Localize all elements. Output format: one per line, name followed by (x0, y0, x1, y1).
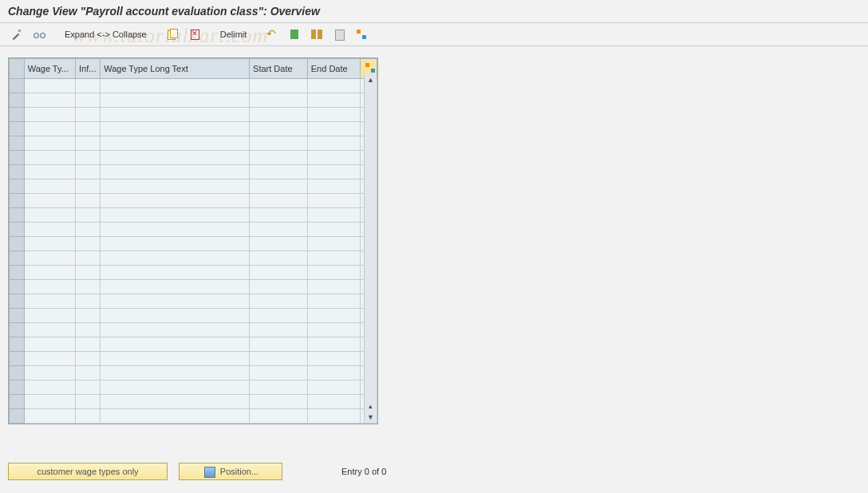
cell[interactable] (101, 136, 250, 151)
cell[interactable] (101, 251, 250, 266)
cell[interactable] (76, 366, 101, 381)
cell[interactable] (307, 122, 360, 136)
cell[interactable] (101, 366, 250, 381)
cell[interactable] (250, 337, 308, 352)
table-row[interactable] (10, 79, 377, 93)
customer-wage-types-button[interactable]: customer wage types only (8, 463, 168, 480)
scroll-down-arrow[interactable]: ▼ (365, 412, 377, 423)
table-row[interactable] (10, 323, 377, 337)
row-selector[interactable] (10, 208, 25, 223)
col-header-wage-type[interactable]: Wage Ty... (24, 59, 75, 79)
toggle-change-button[interactable] (8, 26, 26, 42)
row-selector[interactable] (10, 323, 25, 337)
row-selector[interactable] (10, 165, 25, 179)
cell[interactable] (307, 93, 360, 108)
cell[interactable] (24, 79, 75, 93)
delimit-button[interactable]: Delimit (217, 30, 251, 39)
cell[interactable] (101, 122, 250, 136)
row-selector[interactable] (10, 223, 25, 237)
cell[interactable] (76, 409, 101, 424)
cell[interactable] (101, 237, 250, 251)
cell[interactable] (101, 395, 250, 409)
cell[interactable] (76, 309, 101, 323)
cell[interactable] (76, 165, 101, 179)
table-row[interactable] (10, 194, 377, 208)
cell[interactable] (307, 395, 360, 409)
cell[interactable] (101, 337, 250, 352)
cell[interactable] (76, 93, 101, 108)
cell[interactable] (307, 381, 360, 395)
cell[interactable] (307, 151, 360, 165)
table-row[interactable] (10, 151, 377, 165)
cell[interactable] (76, 122, 101, 136)
cell[interactable] (250, 179, 308, 194)
cell[interactable] (307, 237, 360, 251)
cell[interactable] (76, 280, 101, 294)
cell[interactable] (307, 251, 360, 266)
cell[interactable] (101, 151, 250, 165)
cell[interactable] (76, 395, 101, 409)
table-row[interactable] (10, 108, 377, 122)
row-selector[interactable] (10, 294, 25, 309)
table-row[interactable] (10, 179, 377, 194)
cell[interactable] (76, 323, 101, 337)
cell[interactable] (307, 223, 360, 237)
cell[interactable] (307, 165, 360, 179)
cell[interactable] (76, 294, 101, 309)
row-selector[interactable] (10, 251, 25, 266)
cell[interactable] (101, 179, 250, 194)
cell[interactable] (24, 93, 75, 108)
cell[interactable] (250, 79, 308, 93)
cell[interactable] (24, 409, 75, 424)
cell[interactable] (250, 237, 308, 251)
row-selector[interactable] (10, 122, 25, 136)
table-row[interactable] (10, 366, 377, 381)
cell[interactable] (307, 108, 360, 122)
cell[interactable] (101, 280, 250, 294)
table-row[interactable] (10, 122, 377, 136)
cell[interactable] (101, 194, 250, 208)
cell[interactable] (307, 280, 360, 294)
cell[interactable] (307, 208, 360, 223)
col-header-end-date[interactable]: End Date (307, 59, 360, 79)
col-header-start-date[interactable]: Start Date (250, 59, 308, 79)
details-button[interactable] (30, 26, 48, 42)
scroll-up-small[interactable]: ▴ (365, 400, 377, 412)
cell[interactable] (250, 395, 308, 409)
row-selector[interactable] (10, 93, 25, 108)
cell[interactable] (76, 136, 101, 151)
cell[interactable] (250, 136, 308, 151)
delete-button[interactable] (186, 26, 203, 42)
cell[interactable] (250, 108, 308, 122)
cell[interactable] (101, 108, 250, 122)
cell[interactable] (24, 237, 75, 251)
cell[interactable] (24, 266, 75, 280)
cell[interactable] (24, 381, 75, 395)
col-header-info[interactable]: Inf... (76, 59, 101, 79)
cell[interactable] (76, 179, 101, 194)
cell[interactable] (250, 323, 308, 337)
cell[interactable] (76, 194, 101, 208)
row-selector[interactable] (10, 108, 25, 122)
table-row[interactable] (10, 395, 377, 409)
table-row[interactable] (10, 93, 377, 108)
cell[interactable] (24, 294, 75, 309)
cell[interactable] (101, 93, 250, 108)
cell[interactable] (250, 122, 308, 136)
select-all-button[interactable] (308, 26, 326, 42)
data-grid[interactable]: Wage Ty... Inf... Wage Type Long Text St… (9, 58, 377, 424)
cell[interactable] (307, 323, 360, 337)
copy-button[interactable] (164, 26, 181, 42)
cell[interactable] (101, 79, 250, 93)
cell[interactable] (307, 194, 360, 208)
expand-collapse-button[interactable]: Expand <-> Collapse (61, 30, 150, 39)
cell[interactable] (24, 165, 75, 179)
cell[interactable] (250, 194, 308, 208)
cell[interactable] (250, 208, 308, 223)
cell[interactable] (101, 381, 250, 395)
cell[interactable] (101, 165, 250, 179)
cell[interactable] (24, 366, 75, 381)
cell[interactable] (24, 151, 75, 165)
cell[interactable] (76, 352, 101, 366)
col-header-long-text[interactable]: Wage Type Long Text (101, 59, 250, 79)
